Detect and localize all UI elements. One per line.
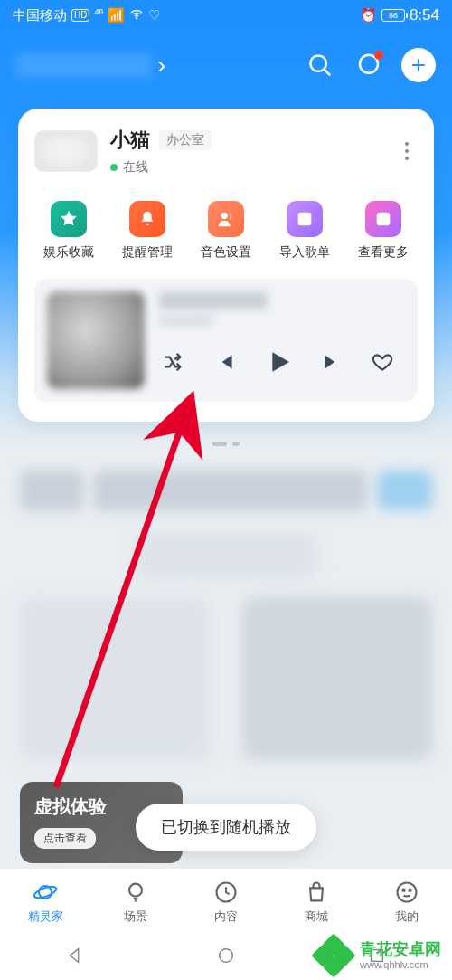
status-bar: 中国移动 HD 46 📶 ♡ ⏰ 86 8:54: [0, 0, 452, 31]
triangle-back-icon: [65, 946, 85, 966]
tab-label: 场景: [124, 909, 147, 925]
clock: 8:54: [410, 6, 439, 24]
page-indicator: [212, 442, 240, 446]
battery-icon: 86: [381, 9, 405, 22]
play-icon: [264, 347, 293, 376]
svg-point-15: [220, 949, 233, 963]
svg-point-0: [137, 17, 137, 18]
next-icon: [320, 350, 344, 374]
svg-point-1: [310, 55, 326, 71]
blurred-content: [20, 597, 210, 760]
blurred-content: [136, 534, 316, 579]
tab-shop[interactable]: 商城: [271, 869, 362, 935]
song-artist-blurred: [159, 315, 213, 326]
quick-actions-row: 娱乐收藏 提醒管理 音色设置 导入歌单 查看更多: [34, 201, 418, 261]
chevron-right-icon[interactable]: ›: [157, 51, 165, 80]
svg-point-12: [398, 882, 417, 901]
tab-label: 内容: [214, 909, 238, 925]
nav-back[interactable]: [65, 946, 85, 969]
qa-label: 提醒管理: [122, 244, 173, 261]
qa-entertainment[interactable]: 娱乐收藏: [36, 201, 101, 261]
more-button[interactable]: [396, 142, 418, 160]
watermark: 青花安卓网 www.qhhlv.com: [315, 937, 441, 975]
shuffle-icon: [163, 350, 186, 374]
import-icon: [287, 201, 323, 237]
device-room[interactable]: 办公室: [159, 130, 212, 150]
network-label: 46: [94, 7, 103, 16]
like-button[interactable]: [371, 350, 394, 377]
watermark-url: www.qhhlv.com: [360, 959, 441, 970]
watermark-logo-icon: [315, 937, 353, 975]
tab-bar: 精灵家 场景 内容 商城 我的: [0, 868, 452, 935]
previous-button[interactable]: [213, 350, 237, 377]
qa-label: 导入歌单: [279, 244, 330, 261]
svg-point-10: [129, 883, 142, 896]
heart-icon: ♡: [148, 7, 160, 24]
device-status: 在线: [123, 159, 148, 176]
blurred-content: [242, 597, 432, 760]
tab-label: 精灵家: [28, 909, 63, 925]
qa-voice[interactable]: 音色设置: [193, 201, 259, 261]
bulb-icon: [123, 880, 148, 905]
tab-label: 我的: [395, 909, 419, 925]
hd-badge: HD: [71, 9, 89, 22]
search-button[interactable]: [304, 49, 336, 81]
svg-line-2: [325, 70, 330, 75]
wifi-icon: [129, 7, 144, 24]
player-card: [34, 279, 418, 402]
planet-icon: [33, 880, 58, 905]
tab-home[interactable]: 精灵家: [0, 869, 90, 935]
shuffle-button[interactable]: [163, 350, 186, 377]
heart-icon: [371, 350, 394, 374]
header-title-blurred: [16, 52, 152, 78]
person-voice-icon: [208, 201, 244, 237]
tab-mine[interactable]: 我的: [362, 869, 452, 935]
carrier-label: 中国移动: [13, 7, 67, 24]
svg-point-13: [402, 889, 404, 890]
tab-scene[interactable]: 场景: [90, 869, 181, 935]
tab-content[interactable]: 内容: [181, 869, 271, 935]
svg-point-14: [409, 889, 410, 890]
next-button[interactable]: [320, 350, 344, 377]
nav-home[interactable]: [216, 946, 236, 969]
face-icon: [394, 880, 419, 905]
alarm-icon: ⏰: [360, 7, 377, 24]
virtual-cta[interactable]: 点击查看: [34, 828, 96, 849]
app-header: › +: [0, 38, 452, 92]
signal-icon: 📶: [108, 7, 125, 24]
qa-label: 娱乐收藏: [43, 244, 94, 261]
plus-icon: +: [411, 52, 426, 78]
qa-reminder[interactable]: 提醒管理: [115, 201, 180, 261]
bag-icon: [304, 880, 329, 905]
svg-point-4: [221, 213, 228, 219]
disc-icon: [213, 880, 239, 905]
device-name: 小猫: [110, 127, 150, 154]
qa-label: 查看更多: [358, 244, 409, 261]
device-image: [34, 130, 98, 172]
battery-percent: 86: [389, 11, 398, 20]
watermark-name: 青花安卓网: [360, 941, 441, 959]
list-icon: [365, 201, 401, 237]
qa-more[interactable]: 查看更多: [351, 201, 416, 261]
bell-icon: [129, 201, 165, 237]
toast-message: 已切换到随机播放: [136, 804, 316, 851]
song-title-blurred: [159, 291, 268, 309]
tab-label: 商城: [305, 909, 328, 925]
album-art[interactable]: [47, 291, 145, 389]
qa-import[interactable]: 导入歌单: [272, 201, 337, 261]
play-button[interactable]: [264, 347, 293, 380]
search-icon: [306, 52, 334, 79]
circle-home-icon: [216, 946, 236, 966]
blurred-content: [20, 471, 432, 510]
star-icon: [51, 201, 87, 237]
online-dot-icon: [110, 164, 118, 171]
chat-button[interactable]: [353, 49, 385, 81]
notification-dot: [374, 51, 383, 60]
add-button[interactable]: +: [401, 48, 436, 82]
previous-icon: [213, 350, 237, 374]
qa-label: 音色设置: [201, 244, 251, 261]
device-card: 小猫 办公室 在线 娱乐收藏 提醒管理 音色设置 导入歌单: [18, 109, 434, 422]
